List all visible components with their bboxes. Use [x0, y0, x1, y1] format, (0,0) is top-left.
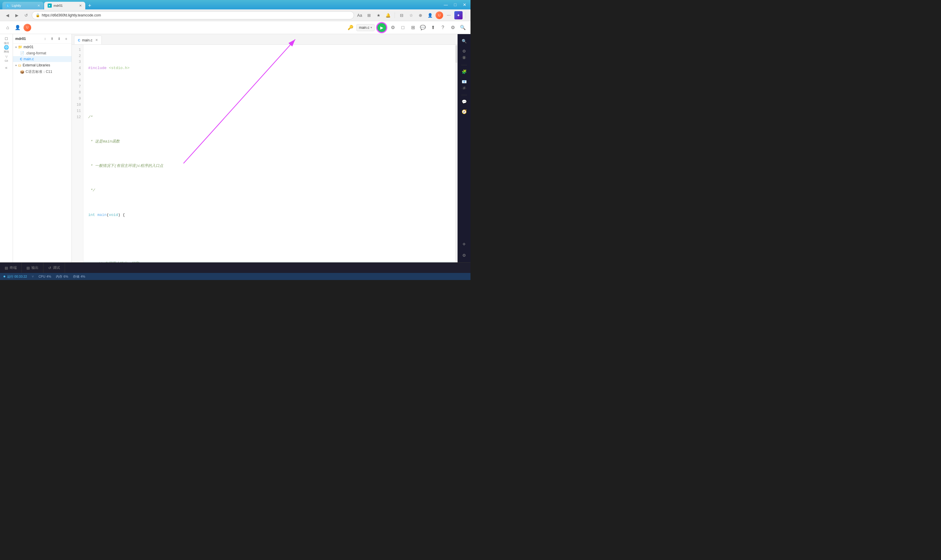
- code-line-9: // 在屏幕上输出一行字: [83, 261, 455, 262]
- run-selector-label: main.c: [359, 26, 369, 30]
- toolbar-avatar[interactable]: U: [23, 24, 31, 31]
- r-search-icon[interactable]: 🔍: [459, 37, 469, 46]
- scroll-thumb[interactable]: [455, 45, 457, 63]
- favorites-icon[interactable]: ★: [375, 11, 382, 19]
- key-icon[interactable]: 🔑: [346, 23, 355, 32]
- split-view-icon[interactable]: ⊟: [398, 11, 406, 19]
- r-chat-icon[interactable]: 💬: [459, 97, 469, 106]
- address-text: https://d6d360fd.lightly.teamcode.com: [42, 13, 101, 17]
- mdr01-tab-close[interactable]: ✕: [79, 4, 82, 8]
- editor-area: C main.c ✕ 1 2 3 4 5 6 7: [72, 34, 458, 262]
- c-standard-label: C语言标准：C11: [26, 69, 52, 74]
- r-outlook-icon[interactable]: 📧: [459, 77, 469, 86]
- sort-icon[interactable]: ↕: [42, 36, 48, 42]
- lightly-tab-close[interactable]: ✕: [37, 4, 40, 8]
- memory-value: 6%: [63, 275, 68, 278]
- address-input[interactable]: 🔒 https://d6d360fd.lightly.teamcode.com: [32, 11, 354, 19]
- layout-icon[interactable]: ⊞: [409, 23, 417, 32]
- reader-mode-icon[interactable]: ⊞: [365, 11, 373, 19]
- r-settings-icon[interactable]: ⚙: [459, 46, 469, 56]
- tree-item-clang-format[interactable]: 📄 .clang-format: [13, 50, 71, 56]
- run-button[interactable]: ▶: [376, 22, 387, 33]
- download-icon[interactable]: ⬇: [56, 36, 62, 42]
- running-dot: [3, 275, 5, 277]
- browser-chrome: L Lightly ✕ ► mdr01 ✕ + — □ ✕: [0, 0, 470, 9]
- r-add-button[interactable]: +: [459, 240, 469, 249]
- c-standard-icon: 📦: [20, 70, 25, 74]
- tree-item-c-standard[interactable]: 📦 C语言标准：C11: [13, 68, 71, 75]
- more-button[interactable]: ···: [445, 11, 452, 19]
- tab-mdr01[interactable]: ► mdr01 ✕: [44, 2, 85, 9]
- collections-icon[interactable]: ⊕: [417, 11, 424, 19]
- mdr01-folder-icon: 📁: [18, 45, 22, 49]
- upload-icon[interactable]: ⬆: [429, 23, 437, 32]
- bottom-tab-output[interactable]: ▤ 输出: [22, 263, 43, 273]
- code-editor[interactable]: 1 2 3 4 5 6 7 8 9 10 11 12: [72, 45, 458, 262]
- r-extension-icon[interactable]: 🧩: [459, 67, 469, 76]
- bottom-tab-terminal[interactable]: ▤ 终端: [0, 263, 22, 273]
- forward-button[interactable]: ▶: [13, 11, 21, 19]
- tab-c-icon: C: [78, 38, 80, 42]
- comment-icon[interactable]: 💬: [419, 23, 427, 32]
- editor-tabs: C main.c ✕: [72, 34, 458, 45]
- close-button[interactable]: ✕: [461, 1, 468, 8]
- tree-item-mdr01[interactable]: ▾ 📁 mdr01: [13, 44, 71, 50]
- tree-item-main-c[interactable]: C main.c: [13, 56, 71, 62]
- sidebar-network-icon[interactable]: 🌐 网络: [2, 45, 11, 54]
- line-num-11: 11: [72, 108, 81, 114]
- r-gear-icon[interactable]: ⚙: [459, 251, 469, 260]
- back-button[interactable]: ◀: [3, 11, 11, 19]
- tab-close-icon[interactable]: ✕: [95, 38, 98, 42]
- debug-label: 调试: [53, 265, 60, 270]
- output-icon: ▤: [26, 266, 30, 270]
- maximize-button[interactable]: □: [452, 1, 459, 8]
- debug-icon[interactable]: □: [399, 23, 407, 32]
- bottom-tab-debug[interactable]: ↺ 调试: [43, 263, 65, 273]
- refresh-icon[interactable]: 🔔: [384, 11, 392, 19]
- line-numbers: 1 2 3 4 5 6 7 8 9 10 11 12: [72, 45, 83, 262]
- ide-toolbar: ⌂ 👤 U 🔑 main.c ▾ ▶ ⚙ □: [0, 21, 470, 34]
- profile-icon[interactable]: 👤: [426, 11, 434, 19]
- settings-icon[interactable]: ⚙: [449, 23, 457, 32]
- run-selector[interactable]: main.c ▾: [356, 24, 375, 31]
- line-num-10: 10: [72, 102, 81, 108]
- editor-tab-main-c[interactable]: C main.c ✕: [74, 35, 102, 45]
- cpu-label: CPU: [39, 275, 45, 278]
- status-storage: 存储 4%: [73, 274, 85, 279]
- status-git: ⑂: [32, 275, 34, 278]
- tree-item-external-libs[interactable]: ▾ 🗂 External Libraries: [13, 62, 71, 68]
- line-num-5: 5: [72, 71, 81, 78]
- r-nav-icon[interactable]: 🧭: [459, 107, 469, 116]
- refresh-button[interactable]: ↺: [22, 11, 30, 19]
- mdr01-tab-label: mdr01: [54, 4, 63, 7]
- user-avatar[interactable]: U: [435, 11, 443, 19]
- terminal-label: 终端: [10, 265, 17, 270]
- code-content[interactable]: #include <stdio.h> /* * 这是main函数: [83, 45, 455, 262]
- favorites-bar-icon[interactable]: ☆: [407, 11, 415, 19]
- upload-file-icon[interactable]: ⬆: [49, 36, 55, 42]
- new-file-icon[interactable]: +: [63, 36, 69, 42]
- scrollbar[interactable]: [455, 45, 458, 262]
- extension-label: 扩展: [462, 91, 466, 92]
- home-icon[interactable]: ⌂: [3, 23, 12, 32]
- search-btn[interactable]: 🔍: [459, 23, 467, 32]
- sidebar-git-icon[interactable]: ⑂ Git: [2, 54, 11, 62]
- file-tree: mdr01 ↕ ⬆ ⬇ + ▾ 📁 mdr01 📄 .clang-format: [13, 34, 72, 262]
- mdr01-label: mdr01: [23, 45, 34, 49]
- left-sidebar-icons: □ 项目 🌐 网络 ⑂ Git «: [0, 34, 13, 262]
- copilot-button[interactable]: ✦: [454, 11, 463, 19]
- code-line-2: [88, 90, 450, 96]
- project-name: mdr01: [15, 37, 41, 41]
- sidebar-collapse-icon[interactable]: «: [2, 64, 11, 71]
- mdr01-chevron: ▾: [15, 46, 17, 49]
- minimize-button[interactable]: —: [442, 1, 449, 8]
- help-icon[interactable]: ?: [439, 23, 447, 32]
- sidebar-project-icon[interactable]: □ 项目: [2, 37, 11, 45]
- profile-btn[interactable]: 👤: [14, 23, 22, 32]
- tab-lightly[interactable]: L Lightly ✕: [2, 2, 43, 9]
- build-icon[interactable]: ⚙: [389, 23, 397, 32]
- translate-icon[interactable]: Aa: [356, 11, 364, 19]
- new-tab-button[interactable]: +: [86, 2, 94, 9]
- project-header: mdr01 ↕ ⬆ ⬇ +: [13, 34, 71, 44]
- memory-label: 内存: [56, 274, 62, 279]
